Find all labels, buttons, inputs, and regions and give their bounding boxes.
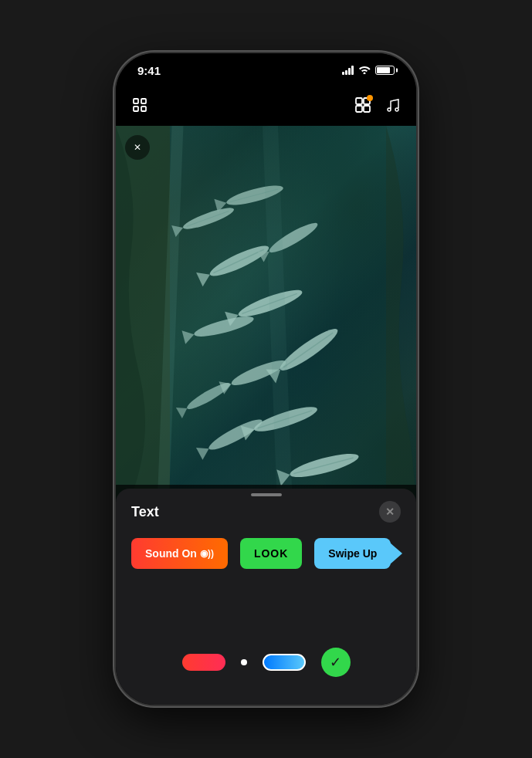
- status-time: 9:41: [137, 64, 161, 77]
- sticker-options-row: Sound On ◉)) LOOK Swipe Up: [116, 532, 416, 575]
- content-area: ✕ 🧒: [116, 126, 416, 705]
- blue-color-option-selected[interactable]: [263, 654, 306, 671]
- look-label: LOOK: [254, 547, 288, 560]
- bottom-panel: Text ✕ Sound On ◉)) LOOK: [116, 489, 416, 705]
- fish-school-svg: [116, 126, 416, 527]
- checkmark-icon: ✓: [330, 654, 341, 671]
- color-selector-row: ✓: [116, 635, 416, 689]
- top-toolbar: [116, 87, 416, 126]
- svg-rect-4: [356, 98, 362, 104]
- toolbar-left: [131, 96, 148, 117]
- grid-icon[interactable]: [354, 100, 371, 117]
- wifi-icon: [358, 65, 371, 76]
- close-button[interactable]: ✕: [125, 135, 150, 160]
- notification-area: [354, 96, 371, 117]
- panel-title: Text: [131, 504, 159, 520]
- notification-dot: [367, 95, 373, 101]
- svg-rect-6: [356, 106, 362, 112]
- toolbar-right: [354, 96, 401, 117]
- sound-on-label: Sound On: [145, 547, 197, 560]
- svg-rect-0: [134, 99, 138, 103]
- notch: [208, 53, 324, 76]
- green-color-option[interactable]: ✓: [321, 648, 351, 677]
- look-sticker[interactable]: LOOK: [240, 538, 302, 569]
- layers-icon[interactable]: [131, 96, 148, 117]
- svg-rect-1: [134, 107, 138, 111]
- phone-frame: 9:41: [116, 53, 416, 705]
- svg-rect-2: [141, 99, 146, 103]
- music-icon[interactable]: [384, 96, 401, 117]
- svg-rect-3: [141, 107, 146, 111]
- red-color-option[interactable]: [182, 654, 225, 671]
- close-icon: ✕: [134, 142, 141, 153]
- status-icons: [342, 65, 395, 76]
- svg-rect-7: [364, 106, 370, 112]
- swipe-up-sticker[interactable]: Swipe Up: [314, 538, 391, 569]
- drag-handle: [251, 493, 282, 496]
- media-area: ✕ 🧒: [116, 126, 416, 527]
- swipe-up-container: Swipe Up: [314, 538, 402, 569]
- battery-fill: [377, 67, 390, 73]
- panel-close-icon: ✕: [385, 506, 395, 518]
- swipe-up-label: Swipe Up: [328, 547, 377, 560]
- battery-icon: [375, 66, 395, 75]
- sound-on-sticker[interactable]: Sound On ◉)): [131, 538, 228, 569]
- sound-waves-icon: ◉)): [200, 548, 214, 559]
- panel-close-button[interactable]: ✕: [379, 501, 401, 523]
- color-indicator-dot: [241, 659, 247, 665]
- signal-icon: [342, 66, 354, 75]
